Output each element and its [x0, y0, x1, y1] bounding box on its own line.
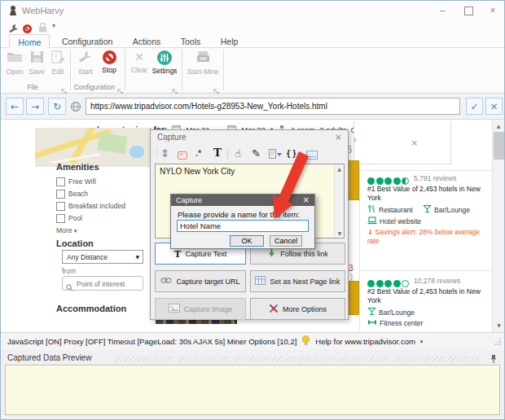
regex-icon[interactable]: .*	[195, 147, 201, 160]
card-divider	[359, 170, 493, 171]
savings-arrow-icon: ↓	[367, 228, 373, 236]
status-bar: JavaScript [ON] Proxy [OFF] Timeout [Pag…	[1, 332, 504, 350]
preview-content-area[interactable]	[5, 365, 500, 415]
hotel-feature: Bar/Lounge	[367, 307, 415, 317]
scroll-down-icon[interactable]: ▼	[335, 230, 345, 236]
deal-badge	[349, 281, 359, 315]
checkbox-breakfast[interactable]	[56, 202, 65, 211]
page-scrollbar[interactable]: ▲ ▼	[492, 120, 504, 332]
tab-configuration[interactable]: Configuration	[54, 34, 121, 48]
capture-image-button[interactable]: Capture Image	[155, 298, 246, 320]
scroll-up-icon[interactable]: ▲	[493, 120, 504, 131]
capture-text-icon[interactable]: T	[213, 146, 222, 159]
capture-dialog-close-icon[interactable]: ×	[335, 132, 342, 142]
cancel-button[interactable]: Cancel	[270, 235, 302, 247]
stop-button[interactable]: Stop	[98, 50, 121, 81]
configuration-group-label: Configuration	[71, 83, 118, 91]
clear-x-icon: ✕	[134, 50, 144, 64]
checkbox-beach[interactable]	[56, 190, 65, 199]
window-title: WebHarvy	[22, 6, 64, 15]
distance-select[interactable]: Any Distance ▼	[62, 250, 143, 264]
url-input[interactable]	[86, 98, 460, 115]
start-wrench-icon	[78, 50, 93, 66]
name-dialog-titlebar: Capture ×	[171, 195, 314, 206]
amenity-label: Beach	[68, 190, 88, 198]
follow-arrow-icon	[267, 248, 276, 259]
tab-help[interactable]: Help	[213, 34, 247, 48]
name-dialog-close-icon[interactable]: ×	[303, 195, 310, 204]
minimize-button[interactable]: –	[431, 2, 454, 20]
quick-stop-icon[interactable]	[23, 24, 32, 33]
back-button[interactable]: ←	[6, 98, 24, 115]
refresh-button[interactable]: ↻	[48, 98, 66, 115]
pointer-hand-icon[interactable]: ☝	[235, 147, 241, 160]
goto-url-icon[interactable]	[70, 101, 81, 116]
fitness-icon	[367, 318, 377, 328]
card-divider	[359, 167, 360, 331]
laptop-icon	[367, 217, 377, 226]
ribbon-tabs: Home Configuration Actions Tools Help	[1, 33, 504, 48]
restaurant-icon	[367, 204, 376, 215]
element-chip-icon[interactable]	[178, 149, 187, 162]
webharvy-logo-icon	[8, 5, 18, 20]
tab-tools[interactable]: Tools	[173, 34, 209, 48]
help-caret-icon[interactable]: ▾	[420, 339, 424, 345]
save-button[interactable]: Save	[26, 50, 47, 81]
search-icon	[66, 280, 73, 295]
help-link[interactable]: Help for www.tripadvisor.com	[315, 337, 415, 346]
forward-button[interactable]: →	[26, 98, 44, 115]
item-name-input[interactable]	[177, 220, 309, 232]
format-dropdown-icon[interactable]	[269, 147, 282, 160]
next-page-icon	[255, 276, 266, 287]
capture-name-dialog: Capture × Please provide a name for the …	[170, 194, 315, 249]
edit-button[interactable]: Edit	[47, 50, 68, 81]
title-bar: WebHarvy – ×	[1, 1, 504, 20]
close-button[interactable]: ×	[481, 2, 504, 20]
deal-badge	[349, 160, 359, 200]
checkbox-pool[interactable]	[56, 214, 65, 223]
start-mine-button[interactable]: Start-Mine	[187, 50, 219, 81]
review-count[interactable]: 10,278 reviews	[414, 277, 460, 285]
bar-lounge-icon	[367, 307, 376, 317]
expand-selection-icon[interactable]: ⇕	[160, 147, 169, 160]
best-value-text: #2 Best Value of 2,453 hotels in New Yor…	[367, 287, 490, 304]
banner-close-icon[interactable]: ×	[411, 138, 418, 148]
resize-grip-icon[interactable]	[494, 335, 502, 349]
textarea-scrollbar[interactable]: ▲ ▼	[334, 164, 344, 238]
start-button[interactable]: Start	[74, 50, 97, 81]
edit-pencil-icon[interactable]: ✎	[252, 147, 261, 160]
more-options-button[interactable]: More Options	[250, 298, 345, 320]
checkbox-free-wifi[interactable]	[56, 177, 65, 186]
scroll-down-icon[interactable]: ▼	[493, 322, 504, 328]
savings-alert: ↓ Savings alert: 28% below average rate	[367, 228, 493, 245]
capture-target-url-button[interactable]: Capture target URL	[155, 270, 246, 292]
tab-actions[interactable]: Actions	[125, 34, 169, 48]
clear-button[interactable]: ✕ Clear	[128, 50, 151, 81]
status-info: JavaScript [ON] Proxy [OFF] Timeout [Pag…	[7, 337, 296, 346]
toolbar-overflow-icon[interactable]: ▾	[52, 22, 55, 29]
from-label: from	[62, 267, 76, 275]
scrollbar-thumb[interactable]	[494, 132, 504, 160]
scroll-up-icon[interactable]: ▲	[335, 164, 344, 172]
poi-search-box[interactable]	[62, 276, 143, 291]
braces-icon[interactable]: { }	[287, 147, 296, 160]
partial-text: z	[354, 136, 357, 143]
amenity-label: Free Wifi	[68, 177, 96, 186]
open-button[interactable]: Open	[4, 50, 25, 81]
maximize-button[interactable]	[457, 2, 480, 20]
capture-dialog-title: Capture	[157, 133, 187, 142]
map-image[interactable]	[35, 128, 150, 167]
poi-input[interactable]	[75, 278, 143, 290]
review-count[interactable]: 5,791 reviews	[414, 174, 456, 182]
maximize-icon	[464, 7, 473, 15]
hotel-website-link[interactable]: Hotel website	[367, 217, 421, 226]
ok-button[interactable]: OK	[230, 235, 264, 247]
settings-button[interactable]: Settings	[152, 50, 178, 81]
bar-lounge-icon	[423, 204, 432, 215]
more-link[interactable]: More ▾	[56, 226, 77, 234]
browser-viewport: Lowest prices for: Mar 21 — Mar 22 ▾ 1 r…	[1, 120, 504, 332]
stop-load-button[interactable]: ×	[485, 98, 503, 115]
set-next-page-button[interactable]: Set as Next Page link	[250, 270, 345, 292]
html-form-icon[interactable]	[306, 148, 318, 161]
go-check-button[interactable]: ✓	[466, 98, 483, 115]
